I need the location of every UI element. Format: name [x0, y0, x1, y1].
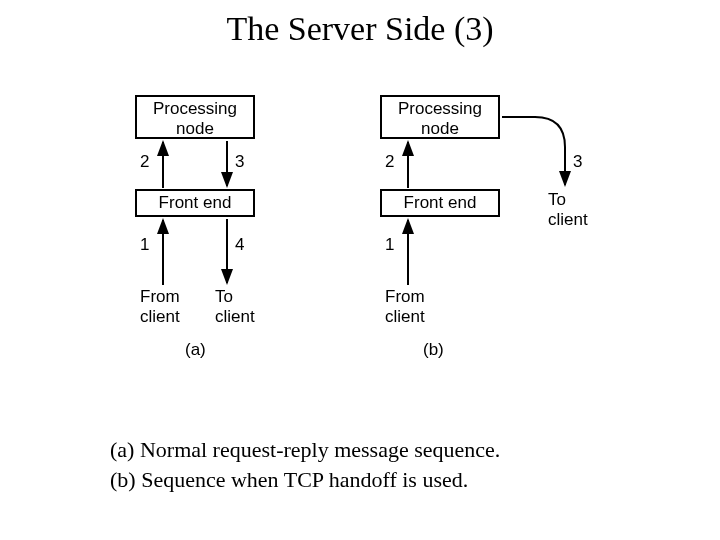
b-arrow-3	[502, 117, 565, 185]
slide-title: The Server Side (3)	[0, 10, 720, 48]
caption: (a) Normal request-reply message sequenc…	[110, 435, 500, 494]
arrows-svg	[105, 85, 645, 375]
caption-line-a: (a) Normal request-reply message sequenc…	[110, 435, 500, 465]
diagram-container: Processing node Front end 2 3 1 4 From c…	[105, 85, 645, 375]
caption-line-b: (b) Sequence when TCP handoff is used.	[110, 465, 500, 495]
